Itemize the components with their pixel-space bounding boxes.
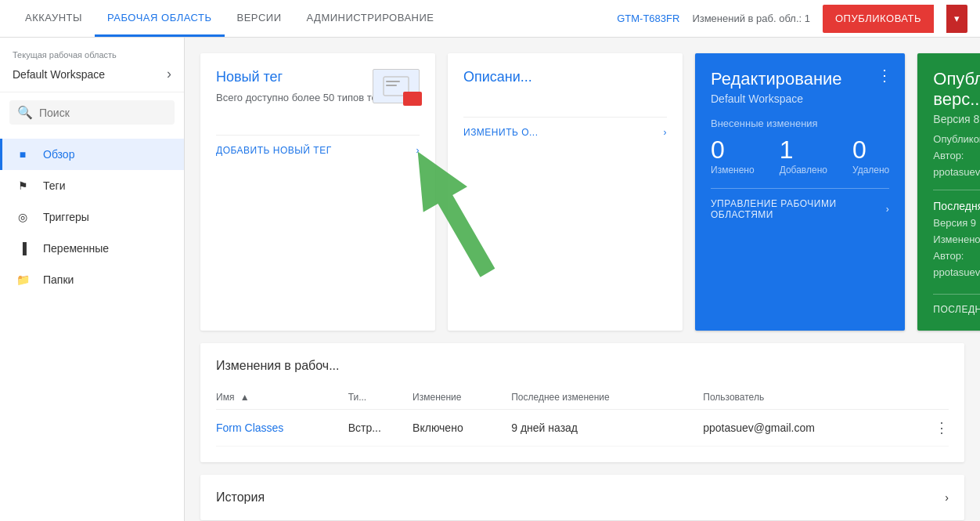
workspace-name: Default Workspace [13, 68, 105, 81]
triggers-icon: ◎ [15, 209, 31, 225]
overview-icon: ■ [15, 147, 31, 162]
cards-row: Новый тег Всего доступно более 50 типов … [200, 53, 964, 331]
workspace-selector[interactable]: Default Workspace › [0, 63, 184, 92]
main-content: Новый тег Всего доступно более 50 типов … [185, 38, 980, 521]
row-name-link[interactable]: Form Classes [216, 422, 283, 434]
stat-deleted: 0 Удалено [852, 136, 889, 175]
published-title: Опубликованная верс... [933, 69, 980, 110]
col-name-label: Имя [216, 392, 234, 403]
sidebar: Текущая рабочая область Default Workspac… [0, 38, 185, 521]
published-meta: Опубликовано 9 дней назад Автор: ppotasu… [933, 132, 980, 180]
manage-workspaces-link[interactable]: УПРАВЛЕНИЕ РАБОЧИМИ ОБЛАСТЯМИ › [711, 188, 889, 220]
layout: Текущая рабочая область Default Workspac… [0, 38, 980, 521]
version-number: Версия 9 [933, 215, 980, 232]
nav-tabs: АККАУНТЫ РАБОЧАЯ ОБЛАСТЬ ВЕРСИИ АДМИНИСТ… [13, 0, 447, 37]
tab-accounts[interactable]: АККАУНТЫ [13, 0, 95, 37]
tag-type-icon [373, 69, 420, 103]
add-new-tag-link[interactable]: ДОБАВИТЬ НОВЫЙ ТЕГ › [216, 135, 420, 156]
edit-description-label: ИЗМЕНИТЬ О... [463, 127, 539, 138]
description-card: Описани... ИЗМЕНИТЬ О... › [448, 53, 683, 331]
workspace-label: Текущая рабочая область [0, 38, 184, 63]
col-name[interactable]: Имя ▲ [216, 385, 348, 410]
editing-card: ⋮ Редактирование Default Workspace Внесе… [695, 53, 905, 331]
cell-change: Включено [413, 409, 511, 446]
edit-chevron: › [664, 127, 668, 138]
version-changed: Изменено: 9 дней назад [933, 232, 980, 248]
changes-section-title: Внесенные изменения [711, 118, 889, 129]
last-version-section: Последняя версия Версия 9 Изменено: 9 дн… [933, 190, 980, 280]
stat-changed-label: Изменено [711, 165, 755, 175]
col-user: Пользователь [703, 385, 921, 410]
add-tag-chevron: › [416, 145, 420, 156]
top-nav: АККАУНТЫ РАБОЧАЯ ОБЛАСТЬ ВЕРСИИ АДМИНИСТ… [0, 0, 980, 38]
stat-deleted-label: Удалено [852, 165, 889, 175]
version-author: Автор: ppotasuev@gmail.com [933, 248, 980, 281]
publish-button[interactable]: ОПУБЛИКОВАТЬ [823, 5, 934, 33]
cell-name: Form Classes [216, 409, 348, 446]
last-version-title: Последняя версия [933, 200, 980, 212]
history-section: История › [200, 475, 964, 520]
sidebar-item-variables[interactable]: ▐ Переменные [0, 233, 184, 264]
description-title: Описани... [463, 69, 667, 85]
tab-workspace[interactable]: РАБОЧАЯ ОБЛАСТЬ [95, 0, 225, 37]
sidebar-item-overview[interactable]: ■ Обзор [0, 139, 184, 170]
editing-title: Редактирование [711, 69, 889, 89]
stat-added-value: 1 [780, 136, 827, 165]
tags-icon: ⚑ [15, 178, 31, 194]
sidebar-item-label-tags: Теги [43, 179, 65, 192]
col-actions [921, 385, 949, 410]
sidebar-item-triggers[interactable]: ◎ Триггеры [0, 201, 184, 233]
history-link[interactable]: История › [216, 490, 949, 505]
tag-icon-img [373, 69, 420, 103]
changes-table: Имя ▲ Ти... Изменение Последнее изменени… [216, 385, 949, 447]
publish-dropdown-button[interactable]: ▾ [946, 5, 967, 33]
published-subtitle: Версия 8 [933, 113, 980, 125]
last-version-label: ПОСЛЕДНЯЯ ВЕРСИЯ [933, 304, 980, 315]
editing-menu-button[interactable]: ⋮ [877, 66, 892, 85]
stat-added: 1 Добавлено [780, 136, 827, 175]
tab-versions[interactable]: ВЕРСИИ [225, 0, 294, 37]
editing-subtitle: Default Workspace [711, 92, 889, 105]
gtm-id[interactable]: GTM-T683FR [617, 13, 679, 24]
edit-description-link[interactable]: ИЗМЕНИТЬ О... › [463, 117, 667, 138]
history-title: История [216, 490, 265, 505]
search-icon: 🔍 [17, 105, 33, 120]
col-last-change: Последнее изменение [511, 385, 703, 410]
changes-table-section: Изменения в рабоч... Имя ▲ Ти... Изменен… [200, 343, 964, 462]
stat-changed: 0 Изменено [711, 136, 755, 175]
changes-table-title: Изменения в рабоч... [216, 359, 949, 373]
folders-icon: 📁 [15, 272, 31, 288]
svg-rect-1 [386, 81, 400, 82]
cell-type: Встр... [348, 409, 413, 446]
chevron-right-icon: › [167, 66, 171, 82]
changes-stats: 0 Изменено 1 Добавлено 0 Удалено [711, 136, 889, 175]
last-version-link[interactable]: ПОСЛЕДНЯЯ ВЕРСИЯ › [933, 294, 980, 315]
chevron-down-icon: ▾ [954, 13, 960, 24]
history-chevron: › [945, 491, 949, 504]
sidebar-item-folders[interactable]: 📁 Папки [0, 264, 184, 295]
manage-chevron: › [886, 204, 890, 215]
stat-added-label: Добавлено [780, 165, 827, 175]
add-tag-label: ДОБАВИТЬ НОВЫЙ ТЕГ [216, 145, 332, 156]
nav-items: ■ Обзор ⚑ Теги ◎ Триггеры ▐ Переменные 📁… [0, 139, 184, 295]
stat-changed-value: 0 [711, 136, 755, 165]
sidebar-item-label-triggers: Триггеры [43, 211, 89, 223]
sidebar-item-label-folders: Папки [43, 273, 74, 286]
sort-asc-icon: ▲ [240, 392, 250, 403]
sidebar-item-label-variables: Переменные [43, 242, 109, 255]
col-change: Изменение [413, 385, 511, 410]
changes-label: Изменений в раб. обл.: 1 [692, 13, 810, 24]
new-tag-card: Новый тег Всего доступно более 50 типов … [200, 53, 435, 331]
search-input[interactable] [39, 107, 167, 119]
nav-right: GTM-T683FR Изменений в раб. обл.: 1 ОПУБ… [617, 5, 967, 33]
version-details: Версия 9 Изменено: 9 дней назад Автор: p… [933, 215, 980, 280]
svg-rect-2 [386, 85, 397, 86]
published-author: Автор: ppotasuev@gmail.com [933, 148, 980, 181]
tab-admin[interactable]: АДМИНИСТРИРОВАНИЕ [294, 0, 446, 37]
col-type: Ти... [348, 385, 413, 410]
row-menu-button[interactable]: ⋮ [921, 409, 949, 446]
published-ago: Опубликовано 9 дней назад [933, 132, 980, 148]
cell-last-change: 9 дней назад [511, 409, 703, 446]
variables-icon: ▐ [15, 241, 31, 256]
sidebar-item-tags[interactable]: ⚑ Теги [0, 170, 184, 201]
